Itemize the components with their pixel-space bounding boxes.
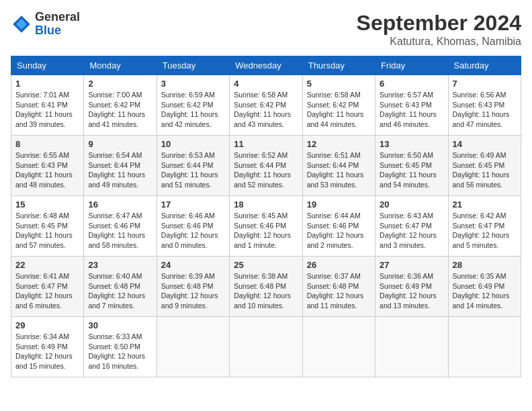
day-number: 30 bbox=[88, 320, 152, 330]
day-number: 22 bbox=[15, 260, 79, 270]
logo-icon bbox=[11, 13, 32, 35]
location: Katutura, Khomas, Namibia bbox=[357, 36, 521, 48]
calendar-cell bbox=[157, 317, 229, 377]
day-info: Sunrise: 6:37 AMSunset: 6:48 PMDaylight:… bbox=[307, 271, 371, 311]
calendar-day-header: Sunday bbox=[11, 56, 84, 75]
day-info: Sunrise: 6:56 AMSunset: 6:43 PMDaylight:… bbox=[453, 90, 517, 130]
calendar-cell: 5Sunrise: 6:58 AMSunset: 6:42 PMDaylight… bbox=[302, 75, 375, 136]
calendar-cell: 1Sunrise: 7:01 AMSunset: 6:41 PMDaylight… bbox=[11, 75, 84, 136]
calendar-cell: 19Sunrise: 6:44 AMSunset: 6:46 PMDayligh… bbox=[302, 196, 375, 257]
calendar-day-header: Tuesday bbox=[157, 56, 229, 75]
day-number: 5 bbox=[307, 79, 371, 89]
day-info: Sunrise: 6:51 AMSunset: 6:44 PMDaylight:… bbox=[307, 150, 371, 190]
calendar-cell bbox=[302, 317, 375, 377]
calendar-cell: 2Sunrise: 7:00 AMSunset: 6:42 PMDaylight… bbox=[84, 75, 157, 136]
calendar-cell: 28Sunrise: 6:35 AMSunset: 6:49 PMDayligh… bbox=[448, 257, 521, 317]
day-info: Sunrise: 6:45 AMSunset: 6:46 PMDaylight:… bbox=[234, 211, 298, 250]
day-number: 8 bbox=[15, 139, 79, 149]
day-number: 16 bbox=[88, 199, 152, 210]
calendar-week-row: 15Sunrise: 6:48 AMSunset: 6:45 PMDayligh… bbox=[11, 196, 521, 257]
calendar-cell: 25Sunrise: 6:38 AMSunset: 6:48 PMDayligh… bbox=[230, 257, 302, 317]
logo: General Blue bbox=[11, 11, 80, 38]
calendar-cell: 14Sunrise: 6:49 AMSunset: 6:45 PMDayligh… bbox=[448, 136, 521, 196]
calendar-day-header: Monday bbox=[84, 56, 157, 75]
calendar-cell: 24Sunrise: 6:39 AMSunset: 6:48 PMDayligh… bbox=[157, 257, 229, 317]
calendar-day-header: Saturday bbox=[448, 56, 521, 75]
calendar-cell: 23Sunrise: 6:40 AMSunset: 6:48 PMDayligh… bbox=[84, 257, 157, 317]
calendar-cell bbox=[375, 317, 448, 377]
calendar-table: SundayMondayTuesdayWednesdayThursdayFrid… bbox=[11, 56, 521, 377]
calendar-cell bbox=[448, 317, 521, 377]
day-number: 24 bbox=[161, 260, 225, 270]
day-number: 29 bbox=[15, 320, 79, 330]
day-number: 17 bbox=[161, 199, 225, 210]
day-info: Sunrise: 6:40 AMSunset: 6:48 PMDaylight:… bbox=[88, 271, 152, 311]
day-info: Sunrise: 6:47 AMSunset: 6:46 PMDaylight:… bbox=[88, 211, 152, 250]
day-info: Sunrise: 7:01 AMSunset: 6:41 PMDaylight:… bbox=[15, 90, 79, 130]
title-block: September 2024 Katutura, Khomas, Namibia bbox=[357, 11, 521, 48]
day-number: 19 bbox=[307, 199, 371, 210]
calendar-cell: 12Sunrise: 6:51 AMSunset: 6:44 PMDayligh… bbox=[302, 136, 375, 196]
day-info: Sunrise: 6:34 AMSunset: 6:49 PMDaylight:… bbox=[15, 332, 79, 371]
calendar-cell bbox=[230, 317, 302, 377]
calendar-cell: 7Sunrise: 6:56 AMSunset: 6:43 PMDaylight… bbox=[448, 75, 521, 136]
day-info: Sunrise: 6:58 AMSunset: 6:42 PMDaylight:… bbox=[307, 90, 371, 130]
day-number: 21 bbox=[453, 199, 517, 210]
day-number: 27 bbox=[380, 260, 443, 270]
day-number: 18 bbox=[234, 199, 298, 210]
day-info: Sunrise: 6:46 AMSunset: 6:46 PMDaylight:… bbox=[161, 211, 225, 250]
day-info: Sunrise: 6:52 AMSunset: 6:44 PMDaylight:… bbox=[234, 150, 298, 190]
calendar-week-row: 1Sunrise: 7:01 AMSunset: 6:41 PMDaylight… bbox=[11, 75, 521, 136]
calendar-cell: 8Sunrise: 6:55 AMSunset: 6:43 PMDaylight… bbox=[11, 136, 84, 196]
logo-text: General Blue bbox=[35, 11, 80, 38]
calendar-cell: 17Sunrise: 6:46 AMSunset: 6:46 PMDayligh… bbox=[157, 196, 229, 257]
day-info: Sunrise: 6:49 AMSunset: 6:45 PMDaylight:… bbox=[453, 150, 517, 190]
day-number: 7 bbox=[453, 79, 517, 89]
day-info: Sunrise: 7:00 AMSunset: 6:42 PMDaylight:… bbox=[88, 90, 152, 130]
day-number: 23 bbox=[88, 260, 152, 270]
day-info: Sunrise: 6:38 AMSunset: 6:48 PMDaylight:… bbox=[234, 271, 298, 311]
calendar-cell: 18Sunrise: 6:45 AMSunset: 6:46 PMDayligh… bbox=[230, 196, 302, 257]
day-number: 28 bbox=[453, 260, 517, 270]
calendar-cell: 22Sunrise: 6:41 AMSunset: 6:47 PMDayligh… bbox=[11, 257, 84, 317]
calendar-cell: 29Sunrise: 6:34 AMSunset: 6:49 PMDayligh… bbox=[11, 317, 84, 377]
calendar-cell: 16Sunrise: 6:47 AMSunset: 6:46 PMDayligh… bbox=[84, 196, 157, 257]
day-info: Sunrise: 6:43 AMSunset: 6:47 PMDaylight:… bbox=[380, 211, 443, 250]
day-number: 6 bbox=[380, 79, 443, 89]
day-info: Sunrise: 6:53 AMSunset: 6:44 PMDaylight:… bbox=[161, 150, 225, 190]
day-number: 13 bbox=[380, 139, 443, 149]
day-info: Sunrise: 6:48 AMSunset: 6:45 PMDaylight:… bbox=[15, 211, 79, 250]
page-header: General Blue September 2024 Katutura, Kh… bbox=[11, 11, 521, 48]
day-number: 10 bbox=[161, 139, 225, 149]
day-info: Sunrise: 6:57 AMSunset: 6:43 PMDaylight:… bbox=[380, 90, 443, 130]
calendar-day-header: Wednesday bbox=[230, 56, 302, 75]
calendar-cell: 30Sunrise: 6:33 AMSunset: 6:50 PMDayligh… bbox=[84, 317, 157, 377]
calendar-day-header: Thursday bbox=[302, 56, 375, 75]
day-info: Sunrise: 6:54 AMSunset: 6:44 PMDaylight:… bbox=[88, 150, 152, 190]
day-number: 9 bbox=[88, 139, 152, 149]
day-info: Sunrise: 6:39 AMSunset: 6:48 PMDaylight:… bbox=[161, 271, 225, 311]
day-number: 2 bbox=[88, 79, 152, 89]
month-title: September 2024 bbox=[357, 11, 521, 36]
calendar-week-row: 29Sunrise: 6:34 AMSunset: 6:49 PMDayligh… bbox=[11, 317, 521, 377]
day-info: Sunrise: 6:50 AMSunset: 6:45 PMDaylight:… bbox=[380, 150, 443, 190]
logo-general: General bbox=[35, 11, 80, 24]
day-number: 3 bbox=[161, 79, 225, 89]
calendar-cell: 15Sunrise: 6:48 AMSunset: 6:45 PMDayligh… bbox=[11, 196, 84, 257]
day-info: Sunrise: 6:35 AMSunset: 6:49 PMDaylight:… bbox=[453, 271, 517, 311]
day-number: 4 bbox=[234, 79, 298, 89]
calendar-cell: 10Sunrise: 6:53 AMSunset: 6:44 PMDayligh… bbox=[157, 136, 229, 196]
day-number: 20 bbox=[380, 199, 443, 210]
day-info: Sunrise: 6:41 AMSunset: 6:47 PMDaylight:… bbox=[15, 271, 79, 311]
day-number: 11 bbox=[234, 139, 298, 149]
logo-blue: Blue bbox=[35, 24, 80, 38]
calendar-day-header: Friday bbox=[375, 56, 448, 75]
calendar-cell: 4Sunrise: 6:58 AMSunset: 6:42 PMDaylight… bbox=[230, 75, 302, 136]
day-info: Sunrise: 6:59 AMSunset: 6:42 PMDaylight:… bbox=[161, 90, 225, 130]
calendar-cell: 9Sunrise: 6:54 AMSunset: 6:44 PMDaylight… bbox=[84, 136, 157, 196]
calendar-cell: 3Sunrise: 6:59 AMSunset: 6:42 PMDaylight… bbox=[157, 75, 229, 136]
calendar-cell: 21Sunrise: 6:42 AMSunset: 6:47 PMDayligh… bbox=[448, 196, 521, 257]
day-number: 12 bbox=[307, 139, 371, 149]
day-number: 25 bbox=[234, 260, 298, 270]
day-info: Sunrise: 6:44 AMSunset: 6:46 PMDaylight:… bbox=[307, 211, 371, 250]
